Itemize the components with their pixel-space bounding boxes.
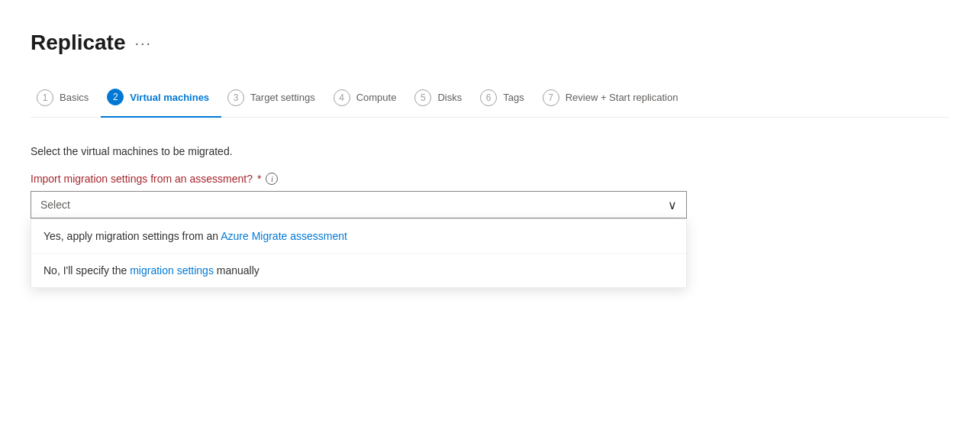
step-5-label: Disks [437,92,462,103]
chevron-down-icon: ∨ [668,198,677,212]
info-icon[interactable]: i [266,173,278,185]
option-no-prefix: No, I'll specify the [44,264,130,277]
step-7-circle: 7 [543,89,559,106]
step-7-label: Review + Start replication [566,92,679,103]
assessment-dropdown[interactable]: Select ∨ [31,191,687,218]
step-virtual-machines[interactable]: 2 Virtual machines [101,79,221,118]
dropdown-container: Select ∨ Yes, apply migration settings f… [31,191,687,218]
dropdown-option-no-manual[interactable]: No, I'll specify the migration settings … [31,254,686,287]
step-6-label: Tags [503,92,524,103]
required-star: * [257,173,261,185]
section-description: Select the virtual machines to be migrat… [31,145,949,157]
step-disks[interactable]: 5 Disks [408,80,474,117]
step-3-circle: 3 [227,89,244,106]
dropdown-placeholder: Select [40,199,70,211]
wizard-steps: 1 Basics 2 Virtual machines 3 Target set… [31,79,949,118]
step-4-label: Compute [356,92,397,103]
field-label-text: Import migration settings from an assess… [31,173,253,185]
more-options-icon[interactable]: ··· [135,34,153,52]
step-compute[interactable]: 4 Compute [327,80,409,117]
option-no-suffix: manually [214,264,260,277]
option-no-link: migration settings [130,264,214,277]
step-1-label: Basics [60,92,89,103]
field-label-row: Import migration settings from an assess… [31,173,949,185]
step-6-circle: 6 [480,89,497,106]
step-3-label: Target settings [250,92,315,103]
step-target-settings[interactable]: 3 Target settings [221,80,327,117]
option-yes-link: Azure Migrate assessment [221,230,347,242]
dropdown-menu: Yes, apply migration settings from an Az… [31,218,687,288]
option-yes-prefix: Yes, apply migration settings from an [44,230,221,242]
page-header: Replicate ··· [31,31,949,55]
dropdown-option-yes-assessment[interactable]: Yes, apply migration settings from an Az… [31,219,686,254]
step-5-circle: 5 [414,89,431,106]
step-tags[interactable]: 6 Tags [474,80,536,117]
step-1-circle: 1 [37,89,53,106]
step-4-circle: 4 [334,89,350,106]
page-container: Replicate ··· 1 Basics 2 Virtual machine… [0,0,980,218]
step-basics[interactable]: 1 Basics [31,80,101,117]
page-title: Replicate [31,31,126,55]
step-review-start[interactable]: 7 Review + Start replication [537,80,691,117]
content-area: Select the virtual machines to be migrat… [31,139,949,218]
step-2-label: Virtual machines [130,92,209,103]
step-2-circle: 2 [107,89,124,105]
